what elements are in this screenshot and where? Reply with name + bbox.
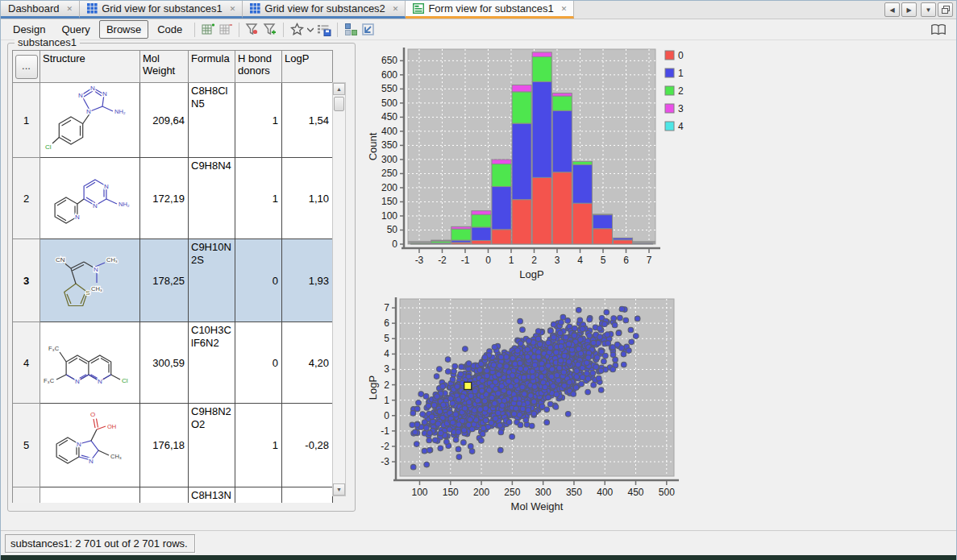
molweight-logp-scatter[interactable]: -3-2-10123456710015020025030035040045050… [365, 289, 708, 529]
svg-text:2: 2 [384, 380, 389, 391]
logp-cell[interactable]: -0,28 [282, 404, 333, 487]
structure-drawing: N N F₃C F₃C Cl [42, 326, 139, 397]
toolbar: DesignQueryBrowseCode [1, 19, 956, 40]
structure-cell[interactable]: CN N CH₃ CH₃ S [40, 239, 140, 322]
favorites-dropdown[interactable] [306, 22, 314, 38]
tab-grid-view-for-substances2[interactable]: Grid view for substances2✕ [243, 1, 406, 19]
scroll-up-button[interactable]: ▲ [333, 83, 345, 95]
formula-cell[interactable]: C10H3ClF6N2 [189, 322, 235, 404]
tab-nav-buttons: ◀ ▶ ▼ [884, 2, 953, 17]
column-header-mol-weight[interactable]: Mol Weight [140, 51, 189, 83]
tab-list-dropdown-button[interactable]: ▼ [921, 2, 936, 17]
mol-weight-cell[interactable]: 209,64 [140, 83, 189, 158]
table-row[interactable]: 4 N N F₃C F₃C Cl 300,59C10H3ClF6N204,20 [13, 322, 333, 404]
svg-text:150: 150 [443, 487, 459, 498]
h-bond-donors-cell[interactable] [235, 487, 282, 504]
mol-weight-cell[interactable]: 176,18 [140, 404, 189, 487]
svg-text:N: N [93, 202, 98, 209]
formula-cell[interactable]: C9H10N2S [189, 239, 235, 322]
separator [337, 23, 338, 37]
close-tab-icon[interactable]: ✕ [393, 5, 399, 13]
svg-text:500: 500 [381, 97, 397, 109]
logp-cell[interactable] [282, 487, 333, 504]
svg-text:5: 5 [384, 333, 389, 344]
table-scrollbar[interactable]: ▲ ▼ [332, 82, 346, 496]
table-row[interactable]: 1 N N N N NH₂ Cl 209,64C8H8ClN511,54 [13, 83, 333, 158]
logp-cell[interactable]: 4,20 [282, 322, 333, 404]
column-header-logp[interactable]: LogP [282, 51, 333, 83]
mol-weight-cell[interactable] [140, 487, 189, 504]
column-header-h-bond-donors[interactable]: H bond donors [235, 51, 282, 83]
mol-weight-cell[interactable]: 300,59 [140, 322, 189, 404]
column-header-structure[interactable]: Structure [40, 51, 140, 83]
h-bond-donors-cell[interactable]: 1 [235, 404, 282, 487]
structure-cell[interactable]: N N F₃C F₃C Cl [40, 322, 140, 404]
next-tab-button[interactable]: ▶ [901, 2, 917, 17]
close-tab-icon[interactable]: ✕ [67, 5, 73, 13]
h-bond-donors-cell[interactable]: 1 [235, 158, 282, 239]
svg-text:400: 400 [381, 126, 397, 137]
tab-form-view-for-substances1[interactable]: Form view for substances1✕ [406, 1, 574, 19]
logp-cell[interactable]: 1,10 [282, 158, 333, 239]
table-row[interactable]: 5 N N O OH CH₃ 176,18C9H8N2O21-0,28 [13, 404, 333, 487]
selected-point-marker[interactable] [464, 382, 472, 389]
table-options-button[interactable]: ... [15, 55, 38, 79]
mol-weight-cell[interactable]: 172,19 [140, 158, 189, 239]
structure-drawing: N N O OH CH₃ [42, 409, 139, 479]
row-number[interactable]: 4 [13, 322, 40, 404]
h-bond-donors-cell[interactable]: 0 [235, 322, 282, 404]
svg-text:NH₂: NH₂ [114, 108, 126, 115]
svg-text:150: 150 [381, 196, 397, 207]
filter-button[interactable] [244, 22, 260, 38]
formula-cell[interactable]: C9H8N2O2 [189, 404, 235, 487]
add-table-button[interactable] [200, 22, 216, 38]
structure-cell[interactable]: N N N NH₂ [40, 158, 140, 239]
structure-drawing: N N N N NH₂ Cl [42, 84, 139, 155]
remove-table-button[interactable] [218, 22, 234, 38]
svg-text:LogP: LogP [367, 375, 379, 400]
logp-cell[interactable]: 1,54 [282, 83, 333, 158]
row-number[interactable]: 5 [13, 404, 40, 487]
table-row[interactable]: 3 CN N CH₃ CH₃ S 178,25C9H10N2S01,93 [13, 239, 333, 322]
table-row-partial[interactable]: C8H13N3 [13, 487, 333, 504]
row-number[interactable]: 2 [13, 158, 40, 239]
mol-weight-cell[interactable]: 178,25 [140, 239, 189, 322]
tab-grid-view-for-substances1[interactable]: Grid view for substances1✕ [80, 1, 243, 19]
scroll-thumb[interactable] [334, 97, 344, 111]
add-filter-button[interactable] [262, 22, 278, 38]
svg-text:6: 6 [384, 317, 389, 329]
logp-histogram[interactable]: 050100150200250300350400450500550600650-… [365, 43, 712, 286]
save-view-button[interactable] [316, 22, 332, 38]
structure-cell[interactable] [40, 487, 140, 504]
tab-dashboard[interactable]: Dashboard✕ [1, 1, 80, 19]
row-number[interactable] [13, 487, 40, 504]
close-tab-icon[interactable]: ✕ [561, 5, 568, 13]
h-bond-donors-cell[interactable]: 1 [235, 83, 282, 158]
menu-code[interactable]: Code [150, 20, 189, 39]
svg-text:N: N [75, 378, 80, 385]
table-row[interactable]: 2 N N N NH₂ 172,19C9H8N411,10 [13, 158, 333, 239]
row-number[interactable]: 1 [13, 83, 40, 158]
close-tab-icon[interactable]: ✕ [230, 5, 236, 13]
favorites-button[interactable] [289, 22, 305, 38]
menu-browse[interactable]: Browse [99, 20, 148, 39]
svg-text:N: N [86, 108, 91, 115]
svg-text:-2: -2 [438, 255, 447, 266]
structure-cell[interactable]: N N N N NH₂ Cl [40, 83, 140, 158]
column-header-formula[interactable]: Formula [189, 51, 235, 83]
restore-window-button[interactable] [938, 2, 953, 17]
formula-cell[interactable]: C8H8ClN5 [189, 83, 235, 158]
svg-text:CH₃: CH₃ [110, 453, 122, 460]
prev-tab-button[interactable]: ◀ [884, 2, 900, 17]
h-bond-donors-cell[interactable]: 0 [235, 239, 282, 322]
layout-button[interactable] [343, 22, 359, 38]
workspace-button[interactable] [930, 22, 947, 38]
new-window-button[interactable] [360, 22, 377, 38]
structure-cell[interactable]: N N O OH CH₃ [40, 404, 140, 487]
formula-cell[interactable]: C9H8N4 [189, 158, 235, 239]
formula-cell[interactable]: C8H13N3 [189, 487, 235, 504]
row-number[interactable]: 3 [13, 239, 40, 322]
scroll-down-button[interactable]: ▼ [333, 483, 345, 496]
logp-cell[interactable]: 1,93 [282, 239, 333, 322]
remove-table-icon [219, 23, 233, 36]
